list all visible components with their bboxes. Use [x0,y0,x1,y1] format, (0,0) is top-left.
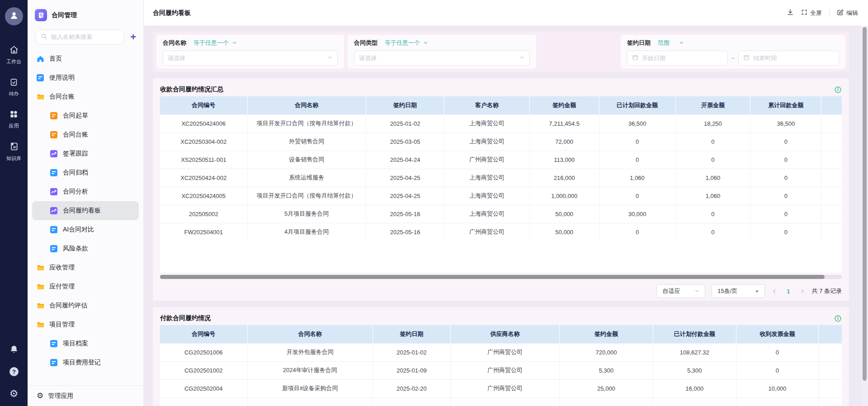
table-header-row: 合同编号合同名称签约日期供应商名称签约金额已计划付款金额收到发票金额 [160,325,842,343]
rail-item-apps[interactable]: 应用 [9,110,19,129]
column-header[interactable]: 合同名称 [247,96,366,114]
sidebar-item-AI合同对比[interactable]: AI合同对比 [32,220,139,239]
table-row[interactable]: FW2025040014月项目服务合同2025-05-16广州商贸公司50,00… [160,223,842,241]
rail-item-knowledge[interactable]: AI 知识库 [6,142,21,162]
filter-operator-dropdown[interactable]: 范围 [658,39,684,47]
fit-mode-select[interactable]: 自适应 [656,284,705,298]
column-header[interactable]: 收到发票金额 [736,325,818,343]
table-cell: 2025-04-25 [366,169,444,187]
filter-operator-dropdown[interactable]: 等于任意一个 [193,39,237,47]
table-row[interactable]: XC20250424005项目开发开口合同（按每月结算付款）2025-04-25… [160,187,842,205]
ai-book-icon: AI [9,142,19,153]
table-cell [821,223,842,241]
table-row[interactable]: 2025050025月项目服务合同2025-05-16上海商贸公司50,0003… [160,205,842,223]
next-page-button[interactable] [799,288,806,294]
table-row[interactable]: XC20250424006项目开发开口合同（按每月结算付款）2025-01-02… [160,114,842,132]
sidebar-item-合同台账[interactable]: 合同台账 [32,125,139,144]
sidebar-item-应付管理[interactable]: 应付管理 [32,277,139,296]
sidebar-item-项目费用登记[interactable]: 项目费用登记 [32,353,139,372]
download-button[interactable] [787,9,794,17]
table-cell: 2025-01-02 [373,343,450,361]
table-cell: 108,627.32 [653,343,736,361]
fullscreen-button[interactable]: 全屏 [801,9,822,17]
settings-gear-icon[interactable]: ⚙ [9,389,19,399]
sidebar-item-项目档案[interactable]: 项目档案 [32,334,139,353]
table-cell [819,379,842,397]
end-date-input[interactable]: 结束时间 [738,51,839,66]
search-icon [41,33,47,42]
prev-page-button[interactable] [771,288,778,294]
sidebar-item-manage-apps[interactable]: ⚙ 管理应用 [28,385,143,406]
column-header[interactable]: 开票金额 [675,96,750,114]
date-range-separator: ~ [731,55,735,61]
contract-name-select[interactable]: 请选择 [163,51,338,66]
rail-nav: 工作台 待办 应用 AI 知识库 [6,45,21,162]
sidebar-item-项目管理[interactable]: 项目管理 [32,315,139,334]
horizontal-scrollbar-thumb[interactable] [160,275,825,279]
payables-table-wrap: 合同编号合同名称签约日期供应商名称签约金额已计划付款金额收到发票金额CG2025… [160,325,842,406]
filter-operator-dropdown[interactable]: 等于任意一个 [385,39,428,47]
table-row[interactable]: CG2025010022024年审计服务合同2025-01-09广州商贸公司5,… [160,361,842,379]
svg-text:AI: AI [12,146,16,149]
sidebar-item-合同归档[interactable]: 合同归档 [32,163,139,182]
rail-item-workbench[interactable]: 工作台 [6,45,21,65]
sidebar-item-合同起草[interactable]: 合同起草 [32,106,139,125]
column-header[interactable]: 签约金额 [529,96,599,114]
info-icon[interactable] [834,315,842,322]
contract-type-select[interactable]: 请选择 [354,51,530,66]
add-button[interactable]: + [129,32,137,42]
column-header[interactable]: 已计划回款金额 [599,96,675,114]
sidebar-item-合同分析[interactable]: 合同分析 [32,182,139,201]
table-row[interactable]: XC20250424-002系统运维服务2025-04-25上海商贸公司216,… [160,169,842,187]
user-avatar[interactable] [5,7,23,25]
help-icon[interactable]: ? [9,366,19,377]
column-header[interactable]: 供应商名称 [450,325,559,343]
chart-purple-icon [50,188,58,195]
sidebar-item-使用说明[interactable]: 使用说明 [32,68,139,87]
home-icon [9,45,19,56]
vertical-scrollbar-thumb[interactable] [863,27,867,381]
sidebar-item-签署跟踪[interactable]: 签署跟踪 [32,144,139,163]
table-row[interactable]: CG202501006开发外包服务合同2025-01-02广州商贸公司720,0… [160,343,842,361]
info-icon[interactable] [834,86,842,94]
column-header[interactable]: 已计划付款金额 [653,325,736,343]
column-header[interactable]: 累计回款金额 [750,96,821,114]
vertical-scrollbar [861,26,868,406]
table-cell: 202505002 [160,205,247,223]
column-header[interactable]: 签约日期 [366,96,444,114]
table-cell: CG202501006 [160,343,247,361]
sidebar-search-input[interactable]: 输入名称来搜索 [35,29,125,45]
table-cell: 2025-02-20 [373,379,450,397]
table-header-row: 合同编号合同名称签约日期客户名称签约金额已计划回款金额开票金额累计回款金额 [160,96,842,114]
sidebar-item-首页[interactable]: 首页 [32,49,139,68]
table-row[interactable]: CG202502004新项目it设备采购合同2025-02-20广州商贸公司25… [160,379,842,397]
table-cell: 2025-04-25 [366,187,444,205]
column-header[interactable]: 合同编号 [160,96,247,114]
column-header[interactable]: 签约日期 [373,325,450,343]
column-header[interactable]: 合同编号 [160,325,247,343]
column-header[interactable]: 签约金额 [560,325,653,343]
bell-icon[interactable] [9,345,19,354]
table-row[interactable]: XC20250304-002外贸销售合同2025-03-05上海商贸公司72,0… [160,132,842,151]
rail-item-todo[interactable]: 待办 [9,78,19,97]
column-header[interactable]: 合同名称 [247,325,373,343]
sidebar-item-label: 首页 [49,55,62,63]
sidebar-item-风险条款[interactable]: 风险条款 [32,239,139,258]
table-cell: 36,500 [599,114,675,132]
doc-blue-icon [37,74,44,81]
table-cell: 新项目it设备采购合同 [247,379,373,397]
table-cell: XC20250424-002 [160,169,247,187]
current-page[interactable]: 1 [784,288,793,295]
sidebar-item-合同履约评估[interactable]: 合同履约评估 [32,296,139,315]
table-row[interactable]: XS20250511-001设备销售合同2025-04-24广州商贸公司113,… [160,151,842,169]
table-cell: 5,300 [653,361,736,379]
page-size-select[interactable]: 15条/页 ▼ [712,284,765,298]
column-header[interactable]: 客户名称 [444,96,530,114]
table-cell: 项目开发开口合同（按每月结算付款） [247,114,366,132]
sidebar-item-合同台账[interactable]: 合同台账 [32,87,139,106]
sidebar-item-应收管理[interactable]: 应收管理 [32,258,139,277]
rail-bottom: ? ⚙ [9,345,19,399]
edit-button[interactable]: 编辑 [837,9,858,17]
start-date-input[interactable]: 开始日期 [627,51,728,66]
sidebar-item-合同履约看板[interactable]: 合同履约看板 [32,201,139,220]
